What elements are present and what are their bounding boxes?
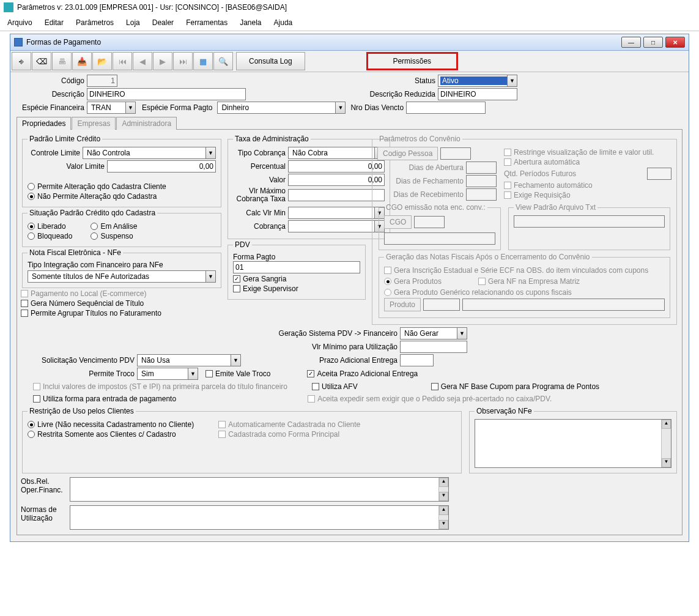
- forma-pagto-input[interactable]: [233, 261, 360, 273]
- permite-agrupar-check[interactable]: Permite Agrupar Títulos no Faturamento: [21, 309, 223, 317]
- first-icon[interactable]: ⏮: [113, 52, 132, 70]
- vlr-minimo-input[interactable]: [400, 341, 467, 353]
- liberado-radio[interactable]: Liberado: [28, 222, 72, 231]
- nao-permite-alteracao-radio[interactable]: Não Permite Alteração qdo Cadastra: [28, 192, 216, 201]
- nfe-tipo-label: Tipo Integração com Financeiro para NFe: [28, 261, 216, 269]
- menu-loja[interactable]: Loja: [126, 18, 140, 27]
- utiliza-forma-check[interactable]: Utiliza forma para entrada de pagamento: [33, 395, 176, 403]
- especie-forma-pagto-label: Espécie Forma Pagto: [136, 103, 215, 112]
- situacao-padrao-group: Situação Padrão Crédito qdo Cadastra Lib…: [22, 209, 221, 247]
- dias-recebimento-input: [466, 188, 497, 201]
- dias-fechamento-label: Dias de Fechamento: [377, 177, 466, 185]
- valor-limite-label: Valor Limite: [28, 162, 107, 171]
- normas-textarea[interactable]: ▲▼: [70, 505, 449, 530]
- window-title: Formas de Pagamento: [26, 38, 101, 46]
- descricao-reduzida-label: Descrição Reduzida: [370, 90, 438, 98]
- calc-vlr-min-label: Calc Vlr Min: [233, 209, 288, 217]
- tipo-cobranca-label: Tipo Cobrança: [233, 149, 288, 157]
- livre-radio[interactable]: Livre (Não necessita Cadastramento no Cl…: [28, 420, 194, 429]
- prazo-adicional-input[interactable]: [400, 354, 434, 366]
- suspenso-radio[interactable]: Suspenso: [91, 232, 137, 240]
- codigo-label: Código: [17, 76, 87, 85]
- menu-editar[interactable]: Editar: [45, 18, 64, 27]
- permite-troco-select[interactable]: Sim▼: [137, 368, 198, 380]
- forma-principal-check: Cadastrada como Forma Principal: [218, 430, 360, 439]
- vlr-minimo-label: Vlr Mínimo para Utilização: [235, 343, 400, 351]
- codigo-input: [87, 75, 117, 87]
- aceita-prazo-check[interactable]: Aceita Prazo Adicional Entrega: [307, 369, 418, 378]
- save-icon[interactable]: 📥: [72, 52, 92, 70]
- erase-icon[interactable]: ⌫: [32, 52, 51, 70]
- observacao-nfe-textarea[interactable]: ▲▼: [475, 419, 671, 468]
- menu-arquivo[interactable]: Arquivo: [7, 18, 32, 27]
- open-icon[interactable]: 📂: [92, 52, 112, 70]
- produto-code-input: [423, 299, 460, 311]
- valor-limite-input[interactable]: [107, 160, 216, 173]
- aceita-expedir-check: Aceita expedir sem exigir que o Pedido s…: [308, 395, 552, 403]
- menu-ajuda[interactable]: Ajuda: [274, 18, 293, 27]
- convenio-group: Parâmetros do Convênio Codigo Pessoa Dia…: [372, 135, 677, 325]
- tab-administradora[interactable]: Administradora: [116, 117, 177, 130]
- menu-janela[interactable]: Janela: [240, 18, 261, 27]
- convenio-legend: Parâmetros do Convênio: [377, 135, 462, 143]
- restricao-uso-group: Restrição de Uso pelos Clientes Livre (N…: [22, 407, 462, 473]
- chevron-down-icon: ▼: [507, 75, 517, 86]
- tab-propriedades[interactable]: Propriedades: [17, 117, 71, 130]
- sol-vencimento-select[interactable]: Não Usa▼: [137, 354, 241, 366]
- restrita-radio[interactable]: Restrita Somente aos Clientes c/ Cadastr…: [28, 430, 194, 439]
- vlr-maximo-label: Vlr Máximo Cobrança Taxa: [233, 187, 288, 203]
- descricao-reduzida-input[interactable]: [438, 88, 517, 100]
- permite-alteracao-radio[interactable]: Permite Alteração qdo Cadastra Cliente: [28, 182, 216, 191]
- utiliza-afv-check[interactable]: Utiliza AFV: [312, 382, 358, 391]
- especie-forma-pagto-select[interactable]: Dinheiro▼: [217, 102, 346, 114]
- obs-rel-textarea[interactable]: ▲▼: [70, 477, 449, 502]
- nfe-group: Nota Fiscal Eletrônica - NFe Tipo Integr…: [22, 248, 221, 288]
- permissoes-button[interactable]: Permissões: [366, 52, 458, 70]
- normas-label: Normas de Utilização: [21, 505, 70, 523]
- gera-numero-check[interactable]: Gera Número Sequêncial de Título: [21, 299, 223, 308]
- controle-limite-select[interactable]: Não Controla▼: [83, 147, 216, 159]
- geracao-pdv-select[interactable]: Não Gerar▼: [400, 327, 467, 340]
- nro-dias-vencto-label: Nro Dias Vencto: [346, 103, 406, 112]
- exige-supervisor-check[interactable]: Exige Supervisor: [233, 284, 360, 293]
- exit-icon[interactable]: ⎆: [12, 52, 31, 70]
- view-padrao-input: [514, 215, 665, 228]
- situacao-padrao-legend: Situação Padrão Crédito qdo Cadastra: [28, 209, 157, 217]
- observacao-nfe-legend: Observação NFe: [475, 407, 534, 415]
- grid-icon[interactable]: ▦: [193, 52, 213, 70]
- sol-vencimento-label: Solicitação Vencimento PDV: [21, 356, 137, 365]
- view-padrao-group: View Padrão Arquivo Txt: [508, 203, 670, 250]
- bloqueado-radio[interactable]: Bloqueado: [28, 232, 72, 240]
- status-select[interactable]: Ativo▼: [438, 75, 517, 87]
- maximize-button[interactable]: □: [643, 37, 663, 48]
- close-button[interactable]: ✕: [665, 37, 685, 48]
- menu-ferramentas[interactable]: Ferramentas: [186, 18, 227, 27]
- consulta-log-button[interactable]: Consulta Log: [236, 52, 305, 70]
- tab-empresas[interactable]: Empresas: [72, 117, 116, 130]
- gera-nf-base-check[interactable]: Gera NF Base Cupom para Programa de Pont…: [431, 382, 599, 391]
- minimize-button[interactable]: —: [621, 37, 641, 48]
- last-icon[interactable]: ⏭: [173, 52, 193, 70]
- inclui-impostos-check: Inclui valores de impostos (ST e IPI) na…: [33, 382, 287, 391]
- prev-icon[interactable]: ◀: [133, 52, 152, 70]
- taxa-admin-group: Taxa de Administração Tipo CobrançaNão C…: [227, 135, 390, 239]
- especie-financeira-select[interactable]: TRAN▼: [87, 102, 136, 114]
- emite-vale-troco-check[interactable]: Emite Vale Troco: [205, 369, 270, 378]
- gera-sangria-check[interactable]: Gera Sangria: [233, 275, 360, 283]
- descricao-label: Descrição: [17, 90, 87, 98]
- permite-troco-label: Permite Troco: [21, 369, 137, 378]
- observacao-nfe-group: Observação NFe ▲▼: [469, 407, 677, 473]
- exige-requisicao-check: Exige Requisição: [504, 191, 671, 199]
- menu-parametros[interactable]: Parâmetros: [76, 18, 114, 27]
- next-icon[interactable]: ▶: [153, 52, 172, 70]
- cgo-code-input: [414, 216, 445, 228]
- menu-dealer[interactable]: Dealer: [152, 18, 174, 27]
- nro-dias-vencto-input[interactable]: [406, 102, 486, 114]
- em-analise-radio[interactable]: Em Análise: [91, 222, 137, 231]
- descricao-input[interactable]: [87, 88, 246, 100]
- binoculars-icon[interactable]: 🔍: [213, 52, 233, 70]
- view-padrao-legend: View Padrão Arquivo Txt: [514, 203, 597, 212]
- nfe-tipo-select[interactable]: Somente títulos de NFe Autorizadas▼: [28, 270, 216, 283]
- restricao-legend: Restrição de Uso pelos Clientes: [28, 407, 136, 415]
- print-icon[interactable]: 🖶: [52, 52, 72, 70]
